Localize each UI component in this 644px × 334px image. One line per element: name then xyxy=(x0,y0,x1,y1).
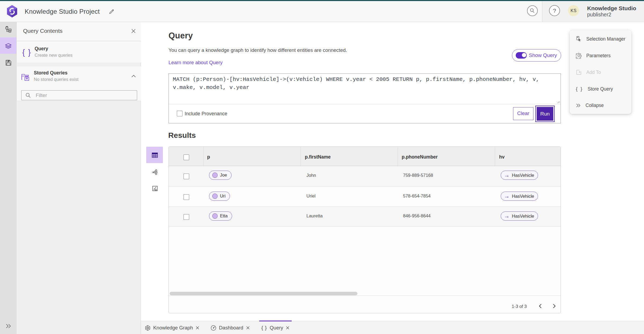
svg-text:?: ? xyxy=(553,8,556,14)
